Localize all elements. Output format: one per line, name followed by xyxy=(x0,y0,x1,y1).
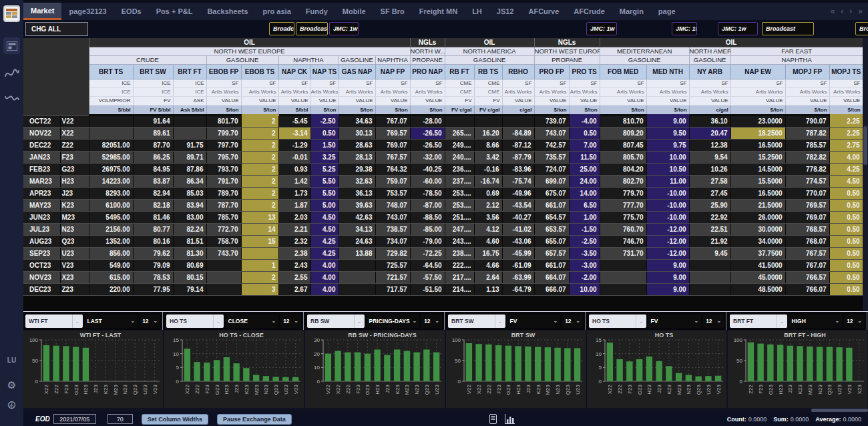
price-cell[interactable]: -12.00 xyxy=(646,235,689,247)
price-cell[interactable]: 14.00 xyxy=(569,187,600,199)
price-cell[interactable]: -40.27 xyxy=(502,211,534,223)
price-cell[interactable]: -0.01 xyxy=(278,151,310,163)
price-cell[interactable]: -2.50 xyxy=(310,115,339,127)
price-cell[interactable] xyxy=(689,259,730,271)
broadcast-button[interactable]: Broadcast xyxy=(855,22,868,35)
price-cell[interactable]: 653.57 xyxy=(534,223,569,235)
price-cell[interactable]: -63.99 xyxy=(502,271,534,283)
price-cell[interactable]: 785.70 xyxy=(206,211,241,223)
price-cell[interactable]: 9.00 xyxy=(646,259,689,271)
price-cell[interactable]: 91.75 xyxy=(173,139,206,151)
price-cell[interactable]: -1.50 xyxy=(569,223,600,235)
nav-tab-market[interactable]: Market xyxy=(23,3,61,20)
price-cell[interactable]: 27.45 xyxy=(689,187,730,199)
price-cell[interactable]: -40.25 xyxy=(410,163,445,175)
price-cell[interactable]: 36.13 xyxy=(339,187,375,199)
price-cell[interactable]: -51.50 xyxy=(410,283,445,295)
price-cell[interactable]: 809.20 xyxy=(600,127,646,139)
price-cell[interactable]: -75.74 xyxy=(502,175,534,187)
price-cell[interactable]: 34.13 xyxy=(339,223,375,235)
price-cell[interactable]: -2.50 xyxy=(569,235,600,247)
price-cell[interactable]: 91.64 xyxy=(133,115,173,127)
price-cell[interactable]: 0.50 xyxy=(829,271,863,283)
price-cell[interactable]: -10.00 xyxy=(646,199,689,211)
price-cell[interactable]: 0.50 xyxy=(829,283,863,295)
nav-tab-fundy[interactable]: Fundy xyxy=(298,3,335,20)
column-header-pro-fp[interactable]: PRO FP xyxy=(534,64,569,79)
instrument-dropdown[interactable]: WTI FT⌄ xyxy=(25,314,83,328)
price-cell[interactable]: 4.00 xyxy=(310,283,339,295)
price-cell[interactable]: 34.63 xyxy=(339,115,375,127)
price-cell[interactable]: 80.16 xyxy=(133,235,173,247)
price-cell[interactable]: 80.69 xyxy=(173,259,206,271)
price-cell[interactable]: -87.00 xyxy=(410,199,445,211)
price-cell[interactable]: -32.00 xyxy=(410,151,445,163)
price-cell[interactable]: 758.70 xyxy=(206,235,241,247)
price-cell[interactable]: 2.43 xyxy=(278,259,310,271)
price-cell[interactable]: 661.07 xyxy=(534,259,569,271)
price-cell[interactable]: 699.07 xyxy=(534,175,569,187)
price-cell[interactable]: 2.67 xyxy=(278,283,310,295)
price-cell[interactable]: -61.09 xyxy=(502,259,534,271)
price-cell[interactable]: 2 xyxy=(241,199,278,211)
price-cell[interactable]: 782.82 xyxy=(785,151,829,163)
price-cell[interactable]: -1.29 xyxy=(278,139,310,151)
price-cell[interactable]: 45.0000 xyxy=(730,271,785,283)
column-header-mopj-ts[interactable]: MOPJ TS xyxy=(829,64,863,79)
price-cell[interactable]: 0.69 xyxy=(474,187,502,199)
price-cell[interactable]: 785.57 xyxy=(785,139,829,151)
price-cell[interactable]: 1.13 xyxy=(474,283,502,295)
price-cell[interactable]: 8.66 xyxy=(474,139,502,151)
price-cell[interactable]: 746.70 xyxy=(600,235,646,247)
price-cell[interactable]: 743.07 xyxy=(534,127,569,139)
column-header-nap-ew[interactable]: NAP EW xyxy=(730,64,785,79)
price-cell[interactable]: 807.45 xyxy=(600,139,646,151)
price-cell[interactable]: 236.... xyxy=(445,163,474,175)
price-cell[interactable]: 52985.00 xyxy=(89,151,133,163)
period-dropdown[interactable]: 12⌄ xyxy=(280,314,301,328)
price-cell[interactable]: -2.00 xyxy=(569,271,600,283)
price-cell[interactable]: 4.50 xyxy=(829,175,863,187)
price-cell[interactable]: 657.57 xyxy=(534,247,569,259)
settings-gear-icon[interactable]: ⚙ xyxy=(0,379,23,391)
price-cell[interactable] xyxy=(89,127,133,139)
price-cell[interactable]: 4.50 xyxy=(310,211,339,223)
pager-arrow-icon[interactable]: ‹ xyxy=(841,7,843,16)
field-dropdown[interactable]: LAST⌄ xyxy=(85,314,138,328)
price-cell[interactable]: 4.25 xyxy=(310,235,339,247)
price-cell[interactable]: 30.0000 xyxy=(730,223,785,235)
price-cell[interactable]: 21.5000 xyxy=(730,199,785,211)
price-cell[interactable]: 10.26 xyxy=(689,163,730,175)
price-cell[interactable]: 769.57 xyxy=(785,199,829,211)
period-dropdown[interactable]: 12⌄ xyxy=(562,314,583,328)
peace-icon[interactable]: ☮ xyxy=(0,399,23,411)
price-cell[interactable]: 32.63 xyxy=(339,175,375,187)
price-cell[interactable]: 764.32 xyxy=(375,163,410,175)
price-cell[interactable]: 9.00 xyxy=(646,283,689,295)
price-cell[interactable]: 664.07 xyxy=(534,271,569,283)
price-cell[interactable]: 769.57 xyxy=(375,127,410,139)
price-cell[interactable]: 15 xyxy=(241,235,278,247)
price-cell[interactable]: 804.20 xyxy=(600,163,646,175)
nav-tab-mobile[interactable]: Mobile xyxy=(335,3,373,20)
price-cell[interactable]: -60.00 xyxy=(410,175,445,187)
price-cell[interactable]: 9.00 xyxy=(646,115,689,127)
price-cell[interactable]: -26.50 xyxy=(410,127,445,139)
price-cell[interactable]: 79.09 xyxy=(133,259,173,271)
price-cell[interactable]: 4.25 xyxy=(829,163,863,175)
price-cell[interactable]: -87.79 xyxy=(502,151,534,163)
field-dropdown[interactable]: PRICING-DAYS⌄ xyxy=(367,314,420,328)
scrollbar-thumb[interactable] xyxy=(863,126,867,165)
jmc-button[interactable]: JMC: 1w xyxy=(672,22,697,35)
price-cell[interactable]: 86.34 xyxy=(173,175,206,187)
price-cell[interactable]: 795.70 xyxy=(206,151,241,163)
price-cell[interactable]: 214.... xyxy=(445,283,474,295)
price-cell[interactable]: 789.70 xyxy=(206,187,241,199)
price-cell[interactable]: 743.70 xyxy=(206,247,241,259)
price-cell[interactable] xyxy=(474,115,502,127)
price-cell[interactable]: -87.12 xyxy=(502,139,534,151)
curve-tool2-icon[interactable] xyxy=(3,90,20,105)
price-cell[interactable]: 37.7500 xyxy=(730,247,785,259)
price-cell[interactable]: 1.87 xyxy=(278,199,310,211)
column-header-pro-nap[interactable]: PRO NAP xyxy=(410,64,445,79)
